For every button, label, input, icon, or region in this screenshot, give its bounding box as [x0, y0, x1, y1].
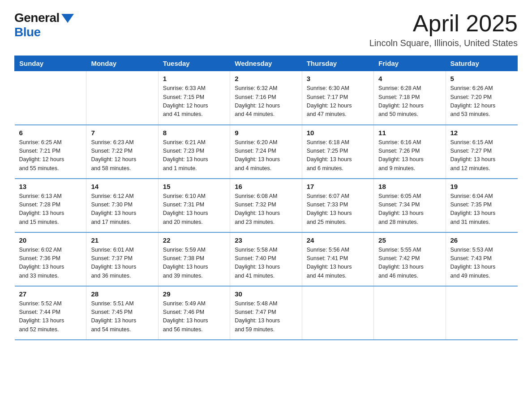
calendar-day-header: Monday [86, 56, 158, 71]
day-number: 23 [235, 236, 297, 244]
calendar-cell: 1Sunrise: 6:33 AM Sunset: 7:15 PM Daylig… [158, 71, 230, 125]
day-info: Sunrise: 6:01 AM Sunset: 7:37 PM Dayligh… [91, 246, 153, 281]
logo: General Blue [14, 11, 74, 39]
calendar-cell: 30Sunrise: 5:48 AM Sunset: 7:47 PM Dayli… [230, 286, 302, 340]
calendar-cell: 18Sunrise: 6:05 AM Sunset: 7:34 PM Dayli… [374, 179, 446, 232]
day-number: 12 [450, 129, 513, 137]
day-info: Sunrise: 5:56 AM Sunset: 7:41 PM Dayligh… [307, 246, 369, 281]
day-info: Sunrise: 6:16 AM Sunset: 7:26 PM Dayligh… [378, 138, 441, 173]
day-info: Sunrise: 5:51 AM Sunset: 7:45 PM Dayligh… [91, 300, 153, 334]
day-number: 16 [235, 183, 297, 190]
day-number: 10 [307, 129, 369, 137]
day-number: 17 [307, 183, 369, 190]
calendar-cell [374, 286, 446, 340]
calendar-cell: 24Sunrise: 5:56 AM Sunset: 7:41 PM Dayli… [302, 232, 373, 286]
calendar-cell: 23Sunrise: 5:58 AM Sunset: 7:40 PM Dayli… [230, 232, 302, 286]
day-number: 28 [91, 290, 153, 298]
day-info: Sunrise: 5:49 AM Sunset: 7:46 PM Dayligh… [163, 300, 225, 334]
day-info: Sunrise: 5:53 AM Sunset: 7:43 PM Dayligh… [450, 246, 513, 281]
calendar-cell: 25Sunrise: 5:55 AM Sunset: 7:42 PM Dayli… [374, 232, 446, 286]
day-number: 15 [163, 183, 225, 190]
calendar-week-row: 20Sunrise: 6:02 AM Sunset: 7:36 PM Dayli… [15, 232, 518, 286]
day-number: 11 [378, 129, 441, 137]
day-number: 26 [450, 236, 513, 244]
day-number: 1 [163, 75, 225, 82]
day-info: Sunrise: 6:33 AM Sunset: 7:15 PM Dayligh… [163, 84, 225, 119]
day-number: 29 [163, 290, 225, 298]
calendar-cell: 13Sunrise: 6:13 AM Sunset: 7:28 PM Dayli… [15, 179, 86, 232]
day-number: 3 [307, 75, 369, 82]
page-subtitle: Lincoln Square, Illinois, United States [369, 38, 518, 48]
calendar-day-header: Friday [374, 56, 446, 71]
day-number: 9 [235, 129, 297, 137]
calendar-header: SundayMondayTuesdayWednesdayThursdayFrid… [15, 56, 518, 71]
day-info: Sunrise: 6:21 AM Sunset: 7:23 PM Dayligh… [163, 138, 225, 173]
day-info: Sunrise: 6:15 AM Sunset: 7:27 PM Dayligh… [450, 138, 513, 173]
calendar-week-row: 13Sunrise: 6:13 AM Sunset: 7:28 PM Dayli… [15, 179, 518, 232]
day-info: Sunrise: 6:08 AM Sunset: 7:32 PM Dayligh… [235, 192, 297, 227]
calendar-day-header: Sunday [15, 56, 86, 71]
day-info: Sunrise: 6:26 AM Sunset: 7:20 PM Dayligh… [450, 84, 513, 119]
day-number: 19 [450, 183, 513, 190]
day-info: Sunrise: 5:58 AM Sunset: 7:40 PM Dayligh… [235, 246, 297, 281]
calendar-cell: 27Sunrise: 5:52 AM Sunset: 7:44 PM Dayli… [15, 286, 86, 340]
calendar-cell: 10Sunrise: 6:18 AM Sunset: 7:25 PM Dayli… [302, 125, 373, 179]
calendar-day-header: Tuesday [158, 56, 230, 71]
calendar-header-row: SundayMondayTuesdayWednesdayThursdayFrid… [15, 56, 518, 71]
calendar-week-row: 1Sunrise: 6:33 AM Sunset: 7:15 PM Daylig… [15, 71, 518, 125]
day-info: Sunrise: 6:28 AM Sunset: 7:18 PM Dayligh… [378, 84, 441, 119]
calendar-cell: 22Sunrise: 5:59 AM Sunset: 7:38 PM Dayli… [158, 232, 230, 286]
calendar-cell: 3Sunrise: 6:30 AM Sunset: 7:17 PM Daylig… [302, 71, 373, 125]
calendar-table: SundayMondayTuesdayWednesdayThursdayFrid… [14, 56, 518, 340]
logo-triangle-icon [61, 14, 74, 23]
calendar-cell: 9Sunrise: 6:20 AM Sunset: 7:24 PM Daylig… [230, 125, 302, 179]
logo-blue-text: Blue [14, 25, 41, 39]
day-number: 24 [307, 236, 369, 244]
calendar-cell: 21Sunrise: 6:01 AM Sunset: 7:37 PM Dayli… [86, 232, 158, 286]
calendar-cell: 11Sunrise: 6:16 AM Sunset: 7:26 PM Dayli… [374, 125, 446, 179]
day-info: Sunrise: 6:05 AM Sunset: 7:34 PM Dayligh… [378, 192, 441, 227]
day-info: Sunrise: 6:32 AM Sunset: 7:16 PM Dayligh… [235, 84, 297, 119]
day-number: 7 [91, 129, 153, 137]
calendar-cell: 19Sunrise: 6:04 AM Sunset: 7:35 PM Dayli… [446, 179, 517, 232]
day-number: 13 [19, 183, 82, 190]
day-number: 30 [235, 290, 297, 298]
calendar-day-header: Wednesday [230, 56, 302, 71]
title-block: April 2025 Lincoln Square, Illinois, Uni… [369, 11, 518, 48]
calendar-cell: 2Sunrise: 6:32 AM Sunset: 7:16 PM Daylig… [230, 71, 302, 125]
calendar-cell: 5Sunrise: 6:26 AM Sunset: 7:20 PM Daylig… [446, 71, 517, 125]
day-number: 20 [19, 236, 82, 244]
calendar-cell [86, 71, 158, 125]
day-info: Sunrise: 6:30 AM Sunset: 7:17 PM Dayligh… [307, 84, 369, 119]
day-info: Sunrise: 6:13 AM Sunset: 7:28 PM Dayligh… [19, 192, 82, 227]
calendar-cell: 17Sunrise: 6:07 AM Sunset: 7:33 PM Dayli… [302, 179, 373, 232]
calendar-cell: 14Sunrise: 6:12 AM Sunset: 7:30 PM Dayli… [86, 179, 158, 232]
day-number: 8 [163, 129, 225, 137]
day-info: Sunrise: 6:20 AM Sunset: 7:24 PM Dayligh… [235, 138, 297, 173]
day-number: 18 [378, 183, 441, 190]
calendar-cell: 16Sunrise: 6:08 AM Sunset: 7:32 PM Dayli… [230, 179, 302, 232]
day-info: Sunrise: 6:10 AM Sunset: 7:31 PM Dayligh… [163, 192, 225, 227]
day-number: 27 [19, 290, 82, 298]
calendar-cell: 15Sunrise: 6:10 AM Sunset: 7:31 PM Dayli… [158, 179, 230, 232]
calendar-cell: 28Sunrise: 5:51 AM Sunset: 7:45 PM Dayli… [86, 286, 158, 340]
day-info: Sunrise: 6:23 AM Sunset: 7:22 PM Dayligh… [91, 138, 153, 173]
calendar-cell [446, 286, 517, 340]
day-info: Sunrise: 5:52 AM Sunset: 7:44 PM Dayligh… [19, 300, 82, 334]
day-number: 25 [378, 236, 441, 244]
calendar-cell: 8Sunrise: 6:21 AM Sunset: 7:23 PM Daylig… [158, 125, 230, 179]
calendar-week-row: 6Sunrise: 6:25 AM Sunset: 7:21 PM Daylig… [15, 125, 518, 179]
day-number: 4 [378, 75, 441, 82]
calendar-cell: 26Sunrise: 5:53 AM Sunset: 7:43 PM Dayli… [446, 232, 517, 286]
day-info: Sunrise: 6:18 AM Sunset: 7:25 PM Dayligh… [307, 138, 369, 173]
day-number: 21 [91, 236, 153, 244]
day-info: Sunrise: 5:48 AM Sunset: 7:47 PM Dayligh… [235, 300, 297, 334]
calendar-body: 1Sunrise: 6:33 AM Sunset: 7:15 PM Daylig… [15, 71, 518, 340]
page-header: General Blue April 2025 Lincoln Square, … [14, 11, 518, 48]
day-number: 14 [91, 183, 153, 190]
day-number: 6 [19, 129, 82, 137]
day-info: Sunrise: 5:55 AM Sunset: 7:42 PM Dayligh… [378, 246, 441, 281]
day-info: Sunrise: 6:07 AM Sunset: 7:33 PM Dayligh… [307, 192, 369, 227]
day-info: Sunrise: 6:25 AM Sunset: 7:21 PM Dayligh… [19, 138, 82, 173]
day-info: Sunrise: 6:02 AM Sunset: 7:36 PM Dayligh… [19, 246, 82, 281]
